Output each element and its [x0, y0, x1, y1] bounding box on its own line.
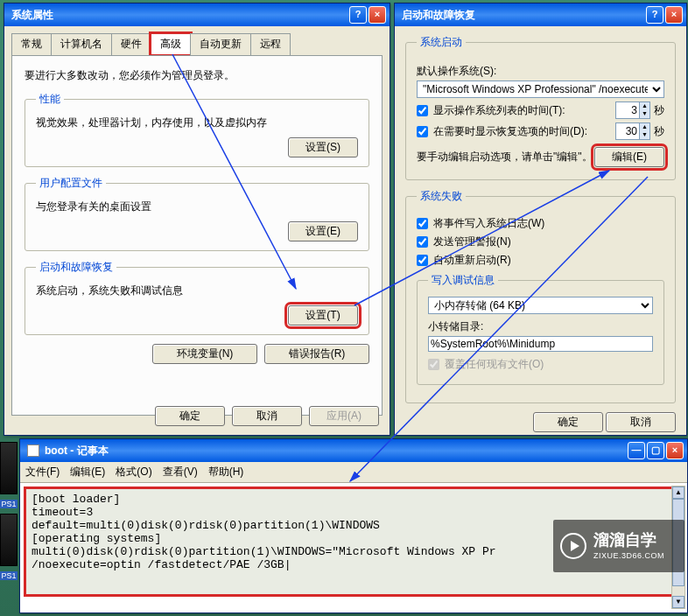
help-button[interactable]: ? [349, 6, 367, 24]
recovery-seconds-spinner[interactable]: ▲▼ [615, 122, 650, 140]
titlebar: boot - 记事本 — ▢ × [20, 439, 687, 462]
dump-dir-input[interactable] [428, 336, 653, 352]
ok-button[interactable]: 确定 [155, 406, 225, 426]
show-os-list-checkbox[interactable] [417, 105, 428, 116]
debug-info-group: 写入调试信息 小内存转储 (64 KB) 小转储目录: 覆盖任何现有文件(O) [417, 273, 664, 385]
user-profiles-group: 用户配置文件 与您登录有关的桌面设置 设置(E) [25, 176, 369, 251]
write-event-checkbox[interactable] [417, 218, 428, 229]
user-profiles-settings-button[interactable]: 设置(E) [288, 221, 358, 242]
maximize-button[interactable]: ▢ [647, 442, 664, 459]
performance-settings-button[interactable]: 设置(S) [288, 137, 358, 158]
os-list-seconds-spinner[interactable]: ▲▼ [615, 102, 650, 119]
manual-edit-label: 要手动编辑启动选项，请单击"编辑"。 [417, 150, 594, 164]
performance-group: 性能 视觉效果，处理器计划，内存使用，以及虚拟内存 设置(S) [25, 92, 369, 167]
ok-button[interactable]: 确定 [533, 412, 603, 432]
help-button[interactable]: ? [646, 6, 663, 24]
user-profiles-desc: 与您登录有关的桌面设置 [36, 200, 358, 214]
window-title: boot - 记事本 [45, 444, 628, 458]
tab-strip: 常规 计算机名 硬件 高级 自动更新 远程 [4, 26, 390, 55]
tab-auto-update[interactable]: 自动更新 [190, 33, 251, 55]
spin-down-icon[interactable]: ▼ [639, 131, 649, 139]
edit-button[interactable]: 编辑(E) [594, 147, 664, 167]
user-profiles-legend: 用户配置文件 [36, 176, 106, 191]
overwrite-checkbox [428, 359, 439, 370]
seconds-label: 秒 [654, 124, 664, 139]
spin-up-icon[interactable]: ▲ [639, 102, 649, 110]
startup-recovery-dialog: 启动和故障恢复 ? × 系统启动 默认操作系统(S): "Microsoft W… [394, 3, 687, 436]
tab-computer-name[interactable]: 计算机名 [51, 33, 112, 55]
show-recovery-checkbox[interactable] [417, 126, 428, 137]
default-os-label: 默认操作系统(S): [417, 64, 664, 79]
tab-advanced[interactable]: 高级 [151, 33, 191, 55]
debug-info-legend: 写入调试信息 [428, 273, 498, 288]
watermark: 溜溜自学 ZIXUE.3D66.COM [553, 520, 684, 572]
performance-legend: 性能 [36, 92, 64, 107]
titlebar: 启动和故障恢复 ? × [395, 4, 686, 26]
startup-recovery-settings-button[interactable]: 设置(T) [288, 305, 358, 326]
apply-button[interactable]: 应用(A) [309, 406, 379, 426]
cancel-button[interactable]: 取消 [232, 406, 302, 426]
send-alert-checkbox[interactable] [417, 236, 428, 248]
default-os-select[interactable]: "Microsoft Windows XP Professional" /noe… [417, 80, 664, 98]
spin-down-icon[interactable]: ▼ [639, 110, 649, 118]
minimize-button[interactable]: — [628, 442, 645, 459]
notepad-icon [27, 444, 39, 457]
close-button[interactable]: × [665, 6, 683, 24]
tab-hardware[interactable]: 硬件 [111, 33, 151, 55]
system-start-group: 系统启动 默认操作系统(S): "Microsoft Windows XP Pr… [405, 35, 676, 180]
system-failure-group: 系统失败 将事件写入系统日志(W) 发送管理警报(N) 自动重新启动(R) 写入… [405, 189, 676, 403]
tab-general[interactable]: 常规 [11, 33, 52, 55]
watermark-sub: ZIXUE.3D66.COM [593, 551, 664, 562]
menu-edit[interactable]: 编辑(E) [70, 465, 105, 480]
desktop-icon-label: PS1 [0, 571, 18, 580]
desktop-icon-label: PS1 [0, 500, 18, 508]
advanced-panel: 要进行大多数改动，您必须作为管理员登录。 性能 视觉效果，处理器计划，内存使用，… [11, 55, 383, 416]
menu-bar: 文件(F) 编辑(E) 格式(O) 查看(V) 帮助(H) [20, 462, 687, 483]
auto-restart-checkbox[interactable] [417, 255, 428, 266]
tab-remote[interactable]: 远程 [250, 33, 291, 55]
menu-help[interactable]: 帮助(H) [208, 465, 244, 480]
close-button[interactable]: × [369, 6, 386, 24]
seconds-label: 秒 [654, 103, 664, 118]
scroll-down-icon[interactable]: ▼ [672, 596, 684, 608]
admin-note: 要进行大多数改动，您必须作为管理员登录。 [25, 68, 369, 83]
watermark-main: 溜溜自学 [593, 530, 664, 550]
system-properties-dialog: 系统属性 ? × 常规 计算机名 硬件 高级 自动更新 远程 要进行大多数改动，… [4, 3, 390, 436]
dump-type-select[interactable]: 小内存转储 (64 KB) [428, 297, 653, 314]
auto-restart-label: 自动重新启动(R) [433, 253, 664, 268]
startup-recovery-group: 启动和故障恢复 系统启动，系统失败和调试信息 设置(T) [25, 260, 369, 335]
menu-file[interactable]: 文件(F) [25, 465, 60, 480]
cancel-button[interactable]: 取消 [606, 412, 676, 432]
send-alert-label: 发送管理警报(N) [433, 234, 664, 249]
startup-recovery-desc: 系统启动，系统失败和调试信息 [36, 284, 358, 298]
close-button[interactable]: × [666, 442, 684, 459]
play-icon [560, 533, 586, 559]
system-start-legend: 系统启动 [417, 35, 466, 50]
dump-dir-label: 小转储目录: [428, 319, 653, 334]
dialog-title: 启动和故障恢复 [402, 8, 646, 23]
os-list-seconds-input[interactable] [616, 102, 639, 118]
spin-up-icon[interactable]: ▲ [639, 123, 649, 131]
scroll-up-icon[interactable]: ▲ [672, 486, 684, 499]
show-os-list-label: 显示操作系统列表的时间(T): [433, 103, 615, 118]
menu-view[interactable]: 查看(V) [163, 465, 198, 480]
overwrite-label: 覆盖任何现有文件(O) [445, 357, 653, 372]
dialog-title: 系统属性 [11, 8, 349, 23]
startup-recovery-legend: 启动和故障恢复 [36, 260, 116, 275]
error-report-button[interactable]: 错误报告(R) [264, 344, 369, 364]
write-event-label: 将事件写入系统日志(W) [433, 216, 664, 231]
performance-desc: 视觉效果，处理器计划，内存使用，以及虚拟内存 [36, 116, 358, 130]
menu-format[interactable]: 格式(O) [116, 465, 151, 480]
recovery-seconds-input[interactable] [616, 123, 639, 139]
env-vars-button[interactable]: 环境变量(N) [152, 344, 257, 364]
system-failure-legend: 系统失败 [417, 189, 466, 204]
titlebar: 系统属性 ? × [4, 4, 390, 26]
show-recovery-label: 在需要时显示恢复选项的时间(D): [433, 124, 615, 139]
